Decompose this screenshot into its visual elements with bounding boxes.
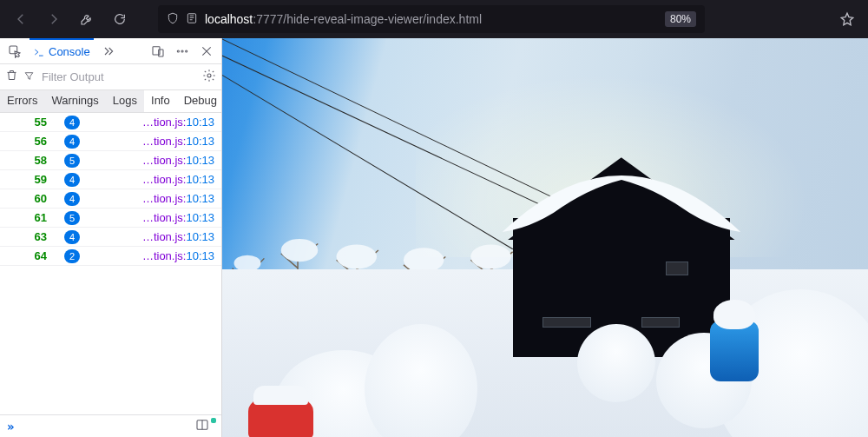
browser-toolbar: localhost:7777/hide-reveal-image-viewer/… (0, 0, 868, 38)
log-value: 64 (7, 249, 47, 262)
tab-console[interactable]: Console (30, 38, 94, 64)
blue-object (710, 321, 759, 381)
url-bar[interactable]: localhost:7777/hide-reveal-image-viewer/… (158, 5, 705, 33)
log-source-link[interactable]: …tion.js:10:13 (142, 135, 214, 148)
log-source-link[interactable]: …tion.js:10:13 (142, 211, 214, 224)
page-content (222, 38, 868, 437)
log-row[interactable]: 634…tion.js:10:13 (0, 228, 221, 247)
log-repeat-count: 2 (64, 249, 80, 263)
command-prompt-chevrons: » (7, 420, 14, 434)
log-value: 58 (7, 154, 47, 167)
editor-mode-dot-icon (211, 418, 216, 423)
reload-button[interactable] (108, 7, 132, 31)
svg-rect-1 (10, 46, 17, 54)
main-area: Console (0, 38, 868, 437)
photo-scene (222, 38, 868, 437)
filter-output-input[interactable] (40, 70, 197, 83)
svg-point-15 (404, 248, 444, 272)
log-repeat-count: 4 (64, 135, 80, 149)
cat-logs[interactable]: Logs (106, 90, 144, 112)
wrench-icon[interactable] (75, 7, 99, 31)
log-source-link[interactable]: …tion.js:10:13 (142, 230, 214, 243)
responsive-design-icon[interactable] (148, 42, 168, 61)
url-text: localhost:7777/hide-reveal-image-viewer/… (205, 12, 482, 26)
log-repeat-count: 4 (64, 230, 80, 244)
log-value: 63 (7, 230, 47, 243)
devtools-tabstrip: Console (0, 38, 221, 64)
log-repeat-count: 5 (64, 154, 80, 168)
tab-console-label: Console (49, 45, 90, 58)
svg-point-14 (337, 244, 377, 268)
log-source-link[interactable]: …tion.js:10:13 (142, 192, 214, 205)
log-row[interactable]: 604…tion.js:10:13 (0, 189, 221, 209)
meatballs-icon[interactable] (173, 42, 192, 61)
svg-point-6 (186, 50, 187, 51)
red-car (248, 400, 313, 437)
filter-funnel-icon[interactable] (23, 70, 35, 85)
log-repeat-count: 4 (64, 173, 80, 187)
zoom-badge[interactable]: 80% (665, 11, 696, 27)
devtools-panel: Console (0, 38, 222, 437)
log-row[interactable]: 554…tion.js:10:13 (0, 113, 221, 132)
shield-icon (167, 12, 179, 27)
page-info-icon (186, 12, 198, 27)
log-value: 60 (7, 192, 47, 205)
console-categories: Errors Warnings Logs Info Debug (0, 90, 221, 113)
log-source-link[interactable]: …tion.js:10:13 (142, 116, 214, 129)
log-source-link[interactable]: …tion.js:10:13 (142, 154, 214, 167)
cat-warnings[interactable]: Warnings (44, 90, 105, 112)
log-row[interactable]: 642…tion.js:10:13 (0, 247, 221, 266)
log-value: 56 (7, 135, 47, 148)
svg-point-7 (207, 74, 211, 77)
console-command-line[interactable]: » (0, 414, 221, 437)
log-row[interactable]: 564…tion.js:10:13 (0, 132, 221, 151)
console-filter-bar (0, 64, 221, 90)
log-row[interactable]: 585…tion.js:10:13 (0, 151, 221, 170)
cat-errors[interactable]: Errors (0, 90, 44, 112)
svg-point-13 (281, 239, 319, 262)
tabs-overflow-icon[interactable] (99, 42, 118, 61)
clear-console-icon[interactable] (5, 69, 18, 85)
log-repeat-count: 5 (64, 211, 80, 225)
bookmark-star-icon[interactable] (835, 7, 859, 31)
log-value: 61 (7, 211, 47, 224)
svg-point-5 (181, 50, 183, 51)
log-repeat-count: 4 (64, 192, 80, 206)
back-button[interactable] (9, 7, 33, 31)
forward-button[interactable] (42, 7, 66, 31)
log-source-link[interactable]: …tion.js:10:13 (142, 173, 214, 186)
log-source-link[interactable]: …tion.js:10:13 (142, 249, 214, 262)
console-log-list: 554…tion.js:10:13564…tion.js:10:13585…ti… (0, 113, 221, 414)
log-value: 55 (7, 116, 47, 129)
svg-rect-0 (187, 13, 195, 23)
inspector-pick-icon[interactable] (5, 42, 24, 61)
log-row[interactable]: 594…tion.js:10:13 (0, 170, 221, 189)
svg-point-4 (177, 50, 179, 51)
cat-debug[interactable]: Debug (177, 90, 224, 112)
svg-point-16 (470, 244, 510, 268)
console-settings-icon[interactable] (202, 69, 216, 86)
split-console-icon[interactable] (195, 418, 209, 435)
log-repeat-count: 4 (64, 116, 80, 129)
log-value: 59 (7, 173, 47, 186)
url-path: :7777/hide-reveal-image-viewer/index.htm… (253, 12, 482, 26)
cat-info[interactable]: Info (144, 90, 177, 112)
close-devtools-icon[interactable] (197, 42, 216, 61)
url-host: localhost (205, 12, 253, 26)
log-row[interactable]: 615…tion.js:10:13 (0, 209, 221, 228)
